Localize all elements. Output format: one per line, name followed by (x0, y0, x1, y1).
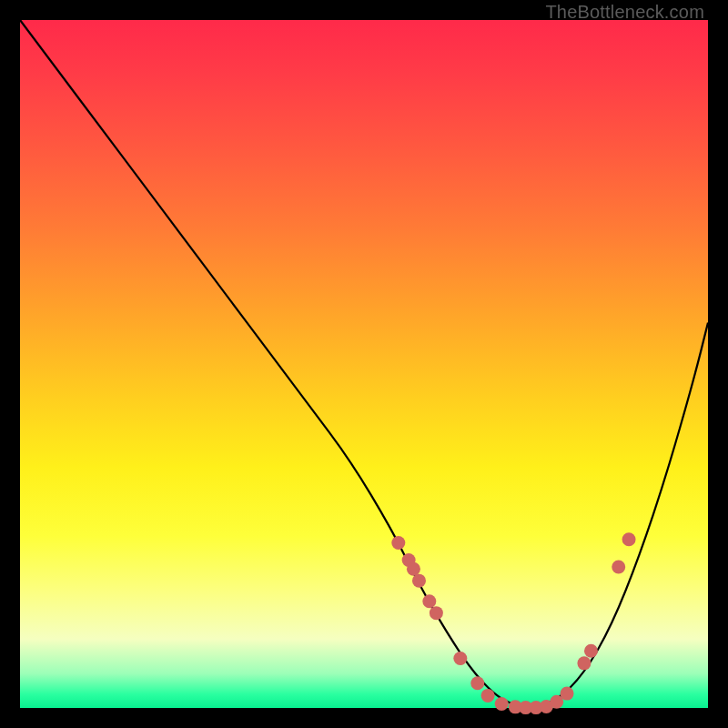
highlight-point (391, 536, 405, 550)
highlight-point (412, 574, 426, 588)
highlight-point (407, 562, 420, 576)
highlight-point (470, 676, 484, 690)
highlight-point (584, 644, 598, 658)
highlight-points-group (391, 532, 635, 714)
chart-frame: TheBottleneck.com (0, 0, 728, 728)
highlight-point (495, 697, 509, 711)
chart-svg (20, 20, 708, 708)
bottleneck-curve-path (20, 20, 708, 706)
highlight-point (577, 656, 591, 670)
highlight-point (453, 652, 467, 665)
highlight-point (422, 594, 436, 608)
highlight-point (561, 687, 574, 701)
highlight-point (481, 689, 495, 703)
highlight-point (622, 532, 636, 546)
highlight-point (612, 561, 625, 574)
highlight-point (430, 606, 443, 620)
